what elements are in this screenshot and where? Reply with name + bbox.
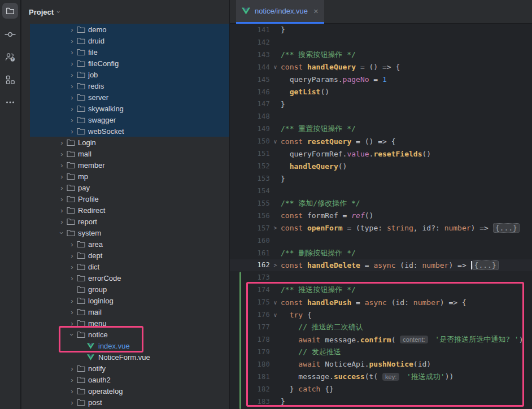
- chevron-right-icon[interactable]: ›: [57, 207, 67, 214]
- tree-item-mp[interactable]: ›mp: [21, 171, 229, 182]
- tree-item-job[interactable]: ›job: [21, 69, 229, 80]
- chevron-right-icon[interactable]: ›: [67, 128, 77, 135]
- fold-collapsed-icon[interactable]: >: [270, 225, 281, 231]
- code-line-180[interactable]: 180 await NoticeApi.pushNotice(id): [230, 358, 532, 371]
- tree-item-server[interactable]: ›server: [21, 92, 229, 103]
- users-help-icon[interactable]: ?: [5, 51, 16, 63]
- line-number[interactable]: 173: [230, 273, 270, 281]
- chevron-right-icon[interactable]: ›: [67, 297, 77, 304]
- chevron-right-icon[interactable]: ›: [67, 82, 77, 90]
- chevron-right-icon[interactable]: ›: [67, 60, 77, 67]
- line-number[interactable]: 148: [230, 112, 270, 120]
- fold-expanded-icon[interactable]: ∨: [270, 312, 281, 318]
- chevron-right-icon[interactable]: ›: [67, 241, 77, 248]
- line-number[interactable]: 155: [230, 199, 270, 207]
- line-number[interactable]: 147: [230, 100, 270, 108]
- tree-item-pay[interactable]: ›pay: [21, 182, 229, 193]
- chevron-right-icon[interactable]: ›: [57, 218, 67, 225]
- line-number[interactable]: 175: [230, 298, 270, 306]
- project-panel-header[interactable]: Project ›: [21, 0, 229, 24]
- chevron-right-icon[interactable]: ›: [67, 388, 77, 395]
- line-number[interactable]: 149: [230, 125, 270, 133]
- tree-item-druid[interactable]: ›druid: [21, 35, 229, 46]
- line-number[interactable]: 153: [230, 175, 270, 182]
- chevron-right-icon[interactable]: ›: [67, 376, 77, 384]
- tree-item-system[interactable]: ›system: [21, 227, 229, 238]
- project-folder-icon[interactable]: [2, 3, 18, 19]
- chevron-right-icon[interactable]: ›: [57, 162, 67, 169]
- chevron-right-icon[interactable]: ›: [67, 365, 77, 372]
- line-number[interactable]: 160: [230, 237, 270, 245]
- structure-icon[interactable]: [5, 74, 16, 85]
- code-line-160[interactable]: 160: [230, 234, 532, 247]
- tree-item-notify[interactable]: ›notify: [21, 363, 229, 374]
- chevron-down-icon[interactable]: ›: [68, 330, 76, 340]
- fold-collapsed-icon[interactable]: >: [270, 262, 281, 268]
- line-number[interactable]: 178: [230, 336, 270, 343]
- tree-item-NoticeForm.vue[interactable]: NoticeForm.vue: [21, 351, 229, 363]
- tree-item-Redirect[interactable]: ›Redirect: [21, 204, 229, 216]
- chevron-right-icon[interactable]: ›: [67, 105, 77, 112]
- line-number[interactable]: 144: [230, 63, 270, 71]
- tree-item-file[interactable]: ›file: [21, 46, 229, 58]
- code-line-183[interactable]: 183}: [230, 395, 532, 408]
- tree-item-dept[interactable]: ›dept: [21, 250, 229, 261]
- code-line-157[interactable]: 157>const openForm = (type: string, id?:…: [230, 222, 532, 234]
- line-number[interactable]: 143: [230, 51, 270, 59]
- code-line-153[interactable]: 153}: [230, 172, 532, 185]
- line-number[interactable]: 176: [230, 311, 270, 319]
- code-line-156[interactable]: 156const formRef = ref(): [230, 210, 532, 222]
- fold-expanded-icon[interactable]: ∨: [270, 299, 281, 306]
- more-icon[interactable]: [5, 97, 16, 108]
- code-line-182[interactable]: 182 } catch {}: [230, 383, 532, 395]
- code-line-161[interactable]: 161/** 删除按钮操作 */: [230, 247, 532, 259]
- fold-expanded-icon[interactable]: ∨: [270, 64, 281, 70]
- chevron-right-icon[interactable]: ›: [67, 94, 77, 101]
- chevron-right-icon[interactable]: ›: [67, 399, 77, 406]
- tree-item-errorCode[interactable]: ›errorCode: [21, 272, 229, 284]
- tree-item-Login[interactable]: ›Login: [21, 137, 229, 148]
- tree-item-skywalking[interactable]: ›skywalking: [21, 103, 229, 114]
- code-line-175[interactable]: 175∨const handlePush = async (id: number…: [230, 296, 532, 308]
- code-line-179[interactable]: 179 // 发起推送: [230, 346, 532, 358]
- code-line-151[interactable]: 151 queryFormRef.value.resetFields(): [230, 147, 532, 160]
- line-number[interactable]: 156: [230, 212, 270, 220]
- line-number[interactable]: 162: [230, 261, 270, 269]
- tree-item-index.vue[interactable]: index.vue: [21, 340, 229, 351]
- line-number[interactable]: 181: [230, 373, 270, 381]
- chevron-right-icon[interactable]: ›: [67, 263, 77, 271]
- tree-item-swagger[interactable]: ›swagger: [21, 114, 229, 125]
- line-number[interactable]: 183: [230, 398, 270, 406]
- code-line-148[interactable]: 148: [230, 110, 532, 123]
- chevron-right-icon[interactable]: ›: [67, 308, 77, 316]
- chevron-right-icon[interactable]: ›: [67, 26, 77, 33]
- tree-item-redis[interactable]: ›redis: [21, 80, 229, 92]
- code-line-174[interactable]: 174/** 推送按钮操作 */: [230, 284, 532, 296]
- commit-icon[interactable]: [5, 29, 16, 40]
- chevron-right-icon[interactable]: ›: [67, 71, 77, 79]
- line-number[interactable]: 154: [230, 187, 270, 195]
- line-number[interactable]: 142: [230, 38, 270, 46]
- tree-item-demo[interactable]: ›demo: [21, 24, 229, 35]
- code-line-177[interactable]: 177 // 推送的二次确认: [230, 321, 532, 333]
- code-line-154[interactable]: 154: [230, 185, 532, 197]
- tree-item-oauth2[interactable]: ›oauth2: [21, 374, 229, 385]
- line-number[interactable]: 151: [230, 150, 270, 158]
- tree-item-fileConfig[interactable]: ›fileConfig: [21, 58, 229, 69]
- chevron-right-icon[interactable]: ›: [67, 49, 77, 56]
- chevron-down-icon[interactable]: ›: [58, 228, 66, 238]
- chevron-right-icon[interactable]: ›: [67, 252, 77, 259]
- line-number[interactable]: 157: [230, 224, 270, 232]
- chevron-right-icon[interactable]: ›: [57, 150, 67, 158]
- tree-item-area[interactable]: ›area: [21, 238, 229, 250]
- line-number[interactable]: 141: [230, 26, 270, 34]
- chevron-right-icon[interactable]: ›: [57, 195, 67, 203]
- tree-item-webSocket[interactable]: ›webSocket: [21, 125, 229, 137]
- code-line-141[interactable]: 141}: [230, 24, 532, 36]
- code-line-178[interactable]: 178 await message.confirm( content: '是否推…: [230, 333, 532, 346]
- fold-expanded-icon[interactable]: ∨: [270, 138, 281, 145]
- code-line-176[interactable]: 176∨ try {: [230, 308, 532, 321]
- tree-item-loginlog[interactable]: ›loginlog: [21, 295, 229, 306]
- line-number[interactable]: 146: [230, 88, 270, 96]
- chevron-right-icon[interactable]: ›: [57, 173, 67, 180]
